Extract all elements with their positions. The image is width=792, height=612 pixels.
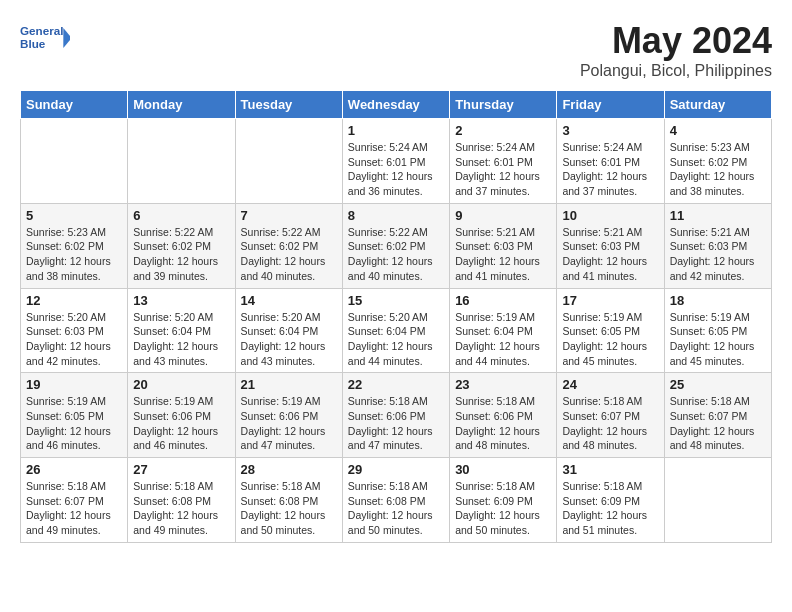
day-number: 18: [670, 293, 766, 308]
day-info: Sunrise: 5:19 AM Sunset: 6:06 PM Dayligh…: [133, 394, 229, 453]
calendar-day-8: 8Sunrise: 5:22 AM Sunset: 6:02 PM Daylig…: [342, 203, 449, 288]
day-number: 10: [562, 208, 658, 223]
calendar-week-3: 12Sunrise: 5:20 AM Sunset: 6:03 PM Dayli…: [21, 288, 772, 373]
day-number: 8: [348, 208, 444, 223]
calendar-day-7: 7Sunrise: 5:22 AM Sunset: 6:02 PM Daylig…: [235, 203, 342, 288]
day-number: 22: [348, 377, 444, 392]
day-number: 30: [455, 462, 551, 477]
day-number: 27: [133, 462, 229, 477]
calendar-day-31: 31Sunrise: 5:18 AM Sunset: 6:09 PM Dayli…: [557, 458, 664, 543]
day-number: 3: [562, 123, 658, 138]
day-info: Sunrise: 5:20 AM Sunset: 6:03 PM Dayligh…: [26, 310, 122, 369]
calendar-day-5: 5Sunrise: 5:23 AM Sunset: 6:02 PM Daylig…: [21, 203, 128, 288]
calendar-day-23: 23Sunrise: 5:18 AM Sunset: 6:06 PM Dayli…: [450, 373, 557, 458]
calendar-week-1: 1Sunrise: 5:24 AM Sunset: 6:01 PM Daylig…: [21, 119, 772, 204]
day-info: Sunrise: 5:21 AM Sunset: 6:03 PM Dayligh…: [670, 225, 766, 284]
day-number: 21: [241, 377, 337, 392]
calendar-day-29: 29Sunrise: 5:18 AM Sunset: 6:08 PM Dayli…: [342, 458, 449, 543]
calendar-day-27: 27Sunrise: 5:18 AM Sunset: 6:08 PM Dayli…: [128, 458, 235, 543]
calendar-day-3: 3Sunrise: 5:24 AM Sunset: 6:01 PM Daylig…: [557, 119, 664, 204]
day-number: 23: [455, 377, 551, 392]
day-number: 28: [241, 462, 337, 477]
empty-cell: [21, 119, 128, 204]
calendar-day-14: 14Sunrise: 5:20 AM Sunset: 6:04 PM Dayli…: [235, 288, 342, 373]
calendar-day-19: 19Sunrise: 5:19 AM Sunset: 6:05 PM Dayli…: [21, 373, 128, 458]
day-number: 2: [455, 123, 551, 138]
day-info: Sunrise: 5:18 AM Sunset: 6:07 PM Dayligh…: [670, 394, 766, 453]
day-info: Sunrise: 5:22 AM Sunset: 6:02 PM Dayligh…: [133, 225, 229, 284]
day-number: 17: [562, 293, 658, 308]
page-header: General Blue May 2024 Polangui, Bicol, P…: [20, 20, 772, 80]
col-header-wednesday: Wednesday: [342, 91, 449, 119]
day-number: 16: [455, 293, 551, 308]
day-info: Sunrise: 5:19 AM Sunset: 6:05 PM Dayligh…: [562, 310, 658, 369]
svg-text:General: General: [20, 24, 63, 37]
calendar-day-9: 9Sunrise: 5:21 AM Sunset: 6:03 PM Daylig…: [450, 203, 557, 288]
col-header-tuesday: Tuesday: [235, 91, 342, 119]
calendar-week-4: 19Sunrise: 5:19 AM Sunset: 6:05 PM Dayli…: [21, 373, 772, 458]
day-number: 19: [26, 377, 122, 392]
calendar-day-18: 18Sunrise: 5:19 AM Sunset: 6:05 PM Dayli…: [664, 288, 771, 373]
day-info: Sunrise: 5:18 AM Sunset: 6:06 PM Dayligh…: [455, 394, 551, 453]
day-info: Sunrise: 5:21 AM Sunset: 6:03 PM Dayligh…: [562, 225, 658, 284]
day-number: 6: [133, 208, 229, 223]
day-info: Sunrise: 5:18 AM Sunset: 6:09 PM Dayligh…: [562, 479, 658, 538]
day-info: Sunrise: 5:18 AM Sunset: 6:07 PM Dayligh…: [562, 394, 658, 453]
day-number: 31: [562, 462, 658, 477]
day-number: 25: [670, 377, 766, 392]
day-info: Sunrise: 5:20 AM Sunset: 6:04 PM Dayligh…: [241, 310, 337, 369]
calendar-day-12: 12Sunrise: 5:20 AM Sunset: 6:03 PM Dayli…: [21, 288, 128, 373]
calendar-day-22: 22Sunrise: 5:18 AM Sunset: 6:06 PM Dayli…: [342, 373, 449, 458]
calendar-day-11: 11Sunrise: 5:21 AM Sunset: 6:03 PM Dayli…: [664, 203, 771, 288]
col-header-friday: Friday: [557, 91, 664, 119]
calendar-day-30: 30Sunrise: 5:18 AM Sunset: 6:09 PM Dayli…: [450, 458, 557, 543]
day-number: 1: [348, 123, 444, 138]
svg-marker-2: [63, 28, 70, 48]
month-year: May 2024: [580, 20, 772, 62]
day-number: 13: [133, 293, 229, 308]
calendar-day-15: 15Sunrise: 5:20 AM Sunset: 6:04 PM Dayli…: [342, 288, 449, 373]
logo-graphic: General Blue: [20, 20, 70, 60]
calendar-day-21: 21Sunrise: 5:19 AM Sunset: 6:06 PM Dayli…: [235, 373, 342, 458]
day-number: 24: [562, 377, 658, 392]
calendar-header-row: SundayMondayTuesdayWednesdayThursdayFrid…: [21, 91, 772, 119]
title-block: May 2024 Polangui, Bicol, Philippines: [580, 20, 772, 80]
day-number: 20: [133, 377, 229, 392]
calendar-day-13: 13Sunrise: 5:20 AM Sunset: 6:04 PM Dayli…: [128, 288, 235, 373]
day-number: 29: [348, 462, 444, 477]
day-info: Sunrise: 5:18 AM Sunset: 6:06 PM Dayligh…: [348, 394, 444, 453]
calendar-day-16: 16Sunrise: 5:19 AM Sunset: 6:04 PM Dayli…: [450, 288, 557, 373]
col-header-thursday: Thursday: [450, 91, 557, 119]
logo: General Blue: [20, 20, 70, 60]
empty-cell: [128, 119, 235, 204]
calendar-day-1: 1Sunrise: 5:24 AM Sunset: 6:01 PM Daylig…: [342, 119, 449, 204]
empty-cell: [664, 458, 771, 543]
day-number: 9: [455, 208, 551, 223]
calendar-day-6: 6Sunrise: 5:22 AM Sunset: 6:02 PM Daylig…: [128, 203, 235, 288]
day-info: Sunrise: 5:22 AM Sunset: 6:02 PM Dayligh…: [348, 225, 444, 284]
calendar-day-24: 24Sunrise: 5:18 AM Sunset: 6:07 PM Dayli…: [557, 373, 664, 458]
day-info: Sunrise: 5:24 AM Sunset: 6:01 PM Dayligh…: [348, 140, 444, 199]
calendar-day-26: 26Sunrise: 5:18 AM Sunset: 6:07 PM Dayli…: [21, 458, 128, 543]
calendar-day-20: 20Sunrise: 5:19 AM Sunset: 6:06 PM Dayli…: [128, 373, 235, 458]
day-number: 26: [26, 462, 122, 477]
calendar-week-5: 26Sunrise: 5:18 AM Sunset: 6:07 PM Dayli…: [21, 458, 772, 543]
day-info: Sunrise: 5:22 AM Sunset: 6:02 PM Dayligh…: [241, 225, 337, 284]
calendar-week-2: 5Sunrise: 5:23 AM Sunset: 6:02 PM Daylig…: [21, 203, 772, 288]
calendar-day-10: 10Sunrise: 5:21 AM Sunset: 6:03 PM Dayli…: [557, 203, 664, 288]
day-info: Sunrise: 5:23 AM Sunset: 6:02 PM Dayligh…: [670, 140, 766, 199]
day-info: Sunrise: 5:24 AM Sunset: 6:01 PM Dayligh…: [455, 140, 551, 199]
calendar-day-25: 25Sunrise: 5:18 AM Sunset: 6:07 PM Dayli…: [664, 373, 771, 458]
day-number: 12: [26, 293, 122, 308]
day-info: Sunrise: 5:19 AM Sunset: 6:05 PM Dayligh…: [26, 394, 122, 453]
day-number: 14: [241, 293, 337, 308]
day-info: Sunrise: 5:23 AM Sunset: 6:02 PM Dayligh…: [26, 225, 122, 284]
col-header-sunday: Sunday: [21, 91, 128, 119]
day-info: Sunrise: 5:20 AM Sunset: 6:04 PM Dayligh…: [348, 310, 444, 369]
day-number: 7: [241, 208, 337, 223]
calendar-day-28: 28Sunrise: 5:18 AM Sunset: 6:08 PM Dayli…: [235, 458, 342, 543]
day-number: 4: [670, 123, 766, 138]
day-info: Sunrise: 5:18 AM Sunset: 6:09 PM Dayligh…: [455, 479, 551, 538]
day-info: Sunrise: 5:18 AM Sunset: 6:08 PM Dayligh…: [133, 479, 229, 538]
calendar-day-17: 17Sunrise: 5:19 AM Sunset: 6:05 PM Dayli…: [557, 288, 664, 373]
